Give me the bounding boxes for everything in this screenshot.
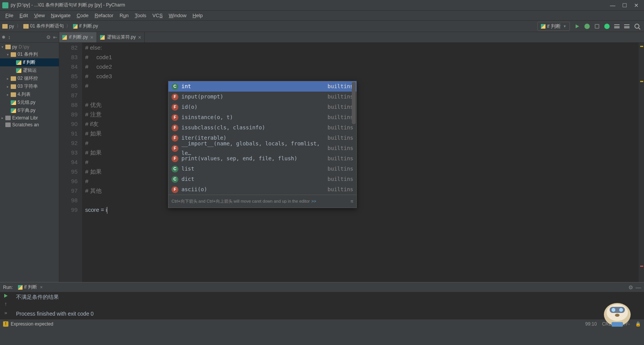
- editor-area: if 判断.py × 逻辑运算符.py × 828384858687888990…: [59, 32, 644, 282]
- run-settings-button[interactable]: ⚙: [628, 284, 633, 290]
- code-line[interactable]: # code3: [85, 71, 639, 81]
- run-output[interactable]: 不满足条件的结果Process finished with exit code …: [11, 292, 644, 319]
- caret-position[interactable]: 99:10: [585, 321, 597, 327]
- chevron-icon: ▸: [7, 77, 11, 81]
- menu-code[interactable]: Code: [74, 12, 92, 19]
- completion-item-ascii[interactable]: Fascii(o)builtins: [168, 184, 356, 195]
- tree-item-5元组.py[interactable]: 5元组.py: [0, 98, 59, 106]
- code-line[interactable]: # code2: [85, 62, 639, 71]
- error-stripe[interactable]: [639, 43, 644, 282]
- encoding[interactable]: UTF-: [620, 321, 630, 327]
- tree-item-if 判断[interactable]: if 判断: [0, 58, 59, 66]
- more-button[interactable]: »: [4, 310, 7, 316]
- menu-file[interactable]: File: [2, 12, 16, 19]
- completion-item-id[interactable]: Fid(o)builtins: [168, 102, 356, 112]
- run-title: Run:: [3, 285, 13, 290]
- output-line: Process finished with exit code 0: [16, 311, 639, 319]
- menu-tools[interactable]: Tools: [132, 12, 149, 19]
- code-editor[interactable]: 828384858687888990919293949596979899 Cin…: [59, 43, 644, 282]
- completion-item-dict[interactable]: Cdictbuiltins: [168, 174, 356, 184]
- rerun-button[interactable]: [4, 294, 8, 298]
- code-line[interactable]: # else:: [85, 43, 639, 52]
- completion-name: input(prompt): [181, 92, 328, 102]
- close-icon[interactable]: ×: [138, 34, 141, 40]
- code-line[interactable]: # code1: [85, 52, 639, 62]
- warning-icon[interactable]: !: [3, 321, 8, 327]
- menu-vcs[interactable]: VCS: [149, 12, 166, 19]
- bug-icon: [584, 24, 590, 29]
- tree-label: External Libr: [12, 115, 38, 121]
- window-title: py [D:\py] - ...\01 条件判断语句\if 判断.py [py]…: [11, 2, 610, 8]
- run-tab[interactable]: if 判断 ×: [16, 283, 45, 291]
- completion-popup[interactable]: CintbuiltinsFinput(prompt)builtinsFid(o)…: [168, 81, 357, 208]
- warning-mark[interactable]: [640, 81, 643, 82]
- kind-icon: F: [172, 155, 178, 162]
- settings-button[interactable]: ⚙: [46, 34, 51, 40]
- output-line: [16, 302, 639, 311]
- breadcrumb[interactable]: py 〉 01 条件判断语句 〉 if 判断.py: [2, 23, 98, 29]
- menu-refactor[interactable]: Refactor: [92, 12, 117, 19]
- error-mark[interactable]: [640, 266, 643, 267]
- python-file-icon: [62, 35, 67, 40]
- completion-item-int[interactable]: Cintbuiltins: [168, 81, 356, 92]
- tab-逻辑运算符[interactable]: 逻辑运算符.py ×: [97, 32, 145, 42]
- menu-window[interactable]: Window: [166, 12, 189, 19]
- run-button[interactable]: [573, 22, 581, 31]
- code-body[interactable]: CintbuiltinsFinput(prompt)builtinsFid(o)…: [82, 43, 639, 282]
- completion-source: builtins: [328, 102, 353, 112]
- close-icon[interactable]: ×: [90, 34, 93, 40]
- minimize-button[interactable]: —: [610, 2, 615, 8]
- menu-help[interactable]: Help: [189, 12, 206, 19]
- line-ending[interactable]: CRLF: [602, 321, 614, 327]
- statusbar: ! Expression expected 99:10 CRLF UTF- 🔒: [0, 319, 644, 328]
- debug-button[interactable]: [583, 22, 591, 31]
- project-tree[interactable]: ▾pyD:\py▾01 条件判if 判断逻辑运▸02 循环控▸03 字符串▸4.…: [0, 43, 59, 129]
- tree-item-Scratches an[interactable]: Scratches an: [0, 121, 59, 128]
- close-icon[interactable]: ×: [40, 285, 43, 290]
- completion-source: builtins: [328, 174, 353, 184]
- profile-button[interactable]: [603, 22, 611, 31]
- line-number: 95: [59, 167, 78, 176]
- completion-item-list[interactable]: Clistbuiltins: [168, 164, 356, 174]
- run-minimize-button[interactable]: —: [636, 284, 641, 290]
- tree-item-py[interactable]: ▾pyD:\py: [0, 44, 59, 50]
- menu-view[interactable]: View: [31, 12, 48, 19]
- git-button[interactable]: [623, 22, 631, 31]
- kind-icon: F: [172, 104, 178, 111]
- hint-link[interactable]: >>: [311, 197, 316, 206]
- up-button[interactable]: ↑: [5, 301, 7, 307]
- collapse-button[interactable]: ⇤: [53, 34, 57, 40]
- tab-if-判断[interactable]: if 判断.py ×: [59, 32, 97, 42]
- warning-mark[interactable]: [640, 46, 643, 47]
- structure-button[interactable]: [613, 22, 621, 31]
- completion-item-print[interactable]: Fprint(values, sep, end, file, flush)bui…: [168, 153, 356, 164]
- lock-icon[interactable]: 🔒: [635, 321, 641, 327]
- tree-item-6字典.py[interactable]: 6字典.py: [0, 106, 59, 114]
- search-button[interactable]: [633, 22, 641, 31]
- tree-item-01 条件判[interactable]: ▾01 条件判: [0, 50, 59, 58]
- titlebar: py [D:\py] - ...\01 条件判断语句\if 判断.py [py]…: [0, 0, 644, 11]
- expand-button[interactable]: ↕: [8, 34, 11, 40]
- project-toolbar: ✹ ↕ ⚙ ⇤: [0, 32, 59, 43]
- completion-item-issubclass[interactable]: Fissubclass(cls, classinfo)builtins: [168, 123, 356, 133]
- menu-run[interactable]: Run: [117, 12, 132, 19]
- tree-item-02 循环控[interactable]: ▸02 循环控: [0, 74, 59, 82]
- tree-item-External Libr[interactable]: ▸External Libr: [0, 114, 59, 121]
- tree-item-03 字符串[interactable]: ▸03 字符串: [0, 82, 59, 90]
- chevron-right-icon: 〉: [66, 23, 71, 29]
- maximize-button[interactable]: ☐: [622, 2, 627, 8]
- line-number: 82: [59, 43, 78, 52]
- completion-item-isinstance[interactable]: Fisinstance(o, t)builtins: [168, 112, 356, 123]
- completion-scrollbar[interactable]: [352, 82, 356, 124]
- run-coverage-button[interactable]: [593, 22, 601, 31]
- add-button[interactable]: ✹: [2, 34, 6, 40]
- tree-item-逻辑运[interactable]: 逻辑运: [0, 66, 59, 74]
- menu-navigate[interactable]: Navigate: [48, 12, 73, 19]
- pi-icon[interactable]: π: [350, 197, 353, 206]
- completion-item-input[interactable]: Finput(prompt)builtins: [168, 92, 356, 102]
- menu-edit[interactable]: Edit: [16, 12, 31, 19]
- completion-item-__import__[interactable]: F__import__(name, globals, locals, froml…: [168, 143, 356, 153]
- close-button[interactable]: ✕: [634, 2, 639, 8]
- tree-item-4.列表[interactable]: ▸4.列表: [0, 90, 59, 98]
- run-config-selector[interactable]: if 判断 ▼: [537, 22, 570, 31]
